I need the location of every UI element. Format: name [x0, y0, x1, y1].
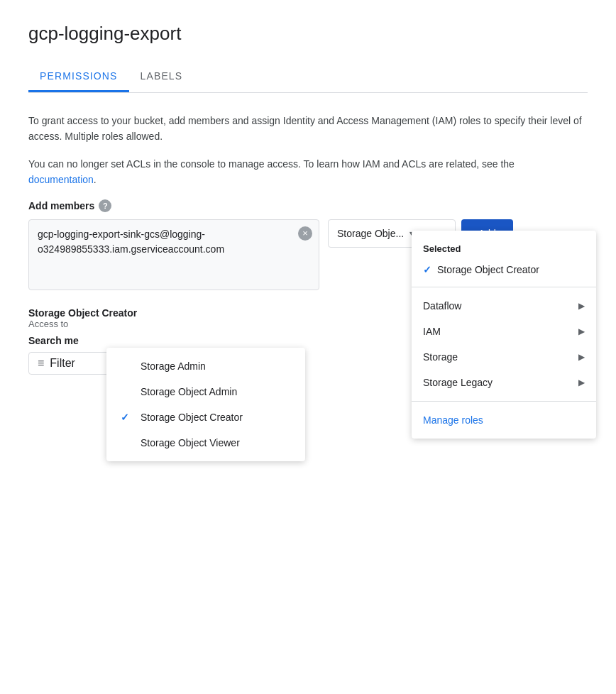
members-input-content: gcp-logging-export-sink-gcs@logging-o324… — [38, 228, 224, 255]
page-title: gcp-logging-export — [28, 23, 588, 45]
dropdown-menu-overlay: Storage Admin Storage Object Admin Stora… — [106, 348, 305, 461]
iam-label: IAM — [423, 326, 441, 337]
chevron-right-icon-2: ▶ — [578, 326, 585, 336]
documentation-link[interactable]: documentation — [28, 174, 94, 185]
members-input-wrapper: gcp-logging-export-sink-gcs@logging-o324… — [28, 219, 319, 290]
check-icon: ✓ — [423, 264, 431, 275]
filter-placeholder: Filter — [50, 357, 75, 370]
dropdown-item-storage-admin[interactable]: Storage Admin — [106, 353, 305, 379]
add-members-text: Add members — [28, 200, 94, 211]
left-dropdown-menu: Storage Admin Storage Object Admin Stora… — [106, 348, 305, 461]
chevron-right-icon-3: ▶ — [578, 352, 585, 362]
storage-legacy-label: Storage Legacy — [423, 377, 493, 388]
selected-role-item[interactable]: ✓ Storage Object Creator — [412, 258, 596, 281]
dropdown-item-storage-object-viewer[interactable]: Storage Object Viewer — [106, 430, 305, 456]
chevron-right-icon-4: ▶ — [578, 378, 585, 387]
role-dropdown-label: Storage Obje... — [337, 228, 404, 239]
dropdown-item-storage-object-creator[interactable]: Storage Object Creator — [106, 404, 305, 430]
chevron-right-icon: ▶ — [578, 301, 585, 311]
selected-section-label: Selected — [412, 236, 596, 258]
filter-icon: ≡ — [38, 357, 44, 370]
right-dropdown-menu: Selected ✓ Storage Object Creator Datafl… — [412, 231, 596, 439]
dropdown-item-dataflow[interactable]: Dataflow ▶ — [412, 293, 596, 319]
storage-label: Storage — [423, 351, 458, 363]
divider — [412, 287, 596, 287]
dropdown-item-storage[interactable]: Storage ▶ — [412, 344, 596, 370]
clear-icon[interactable]: × — [298, 226, 312, 241]
dataflow-label: Dataflow — [423, 300, 461, 312]
selected-role-label: Storage Object Creator — [437, 264, 539, 275]
description2-suffix: . — [94, 174, 97, 185]
dropdown-item-iam[interactable]: IAM ▶ — [412, 319, 596, 344]
tab-labels[interactable]: LABELS — [129, 62, 194, 92]
add-members-label: Add members ? — [28, 199, 588, 212]
help-icon[interactable]: ? — [99, 199, 111, 212]
dropdown-item-storage-object-admin[interactable]: Storage Object Admin — [106, 379, 305, 404]
tabs-row: PERMISSIONS LABELS — [28, 62, 588, 93]
divider-2 — [412, 401, 596, 402]
members-input-box[interactable]: gcp-logging-export-sink-gcs@logging-o324… — [28, 219, 319, 290]
description2-prefix: You can no longer set ACLs in the consol… — [28, 158, 515, 170]
tab-permissions[interactable]: PERMISSIONS — [28, 62, 129, 92]
manage-roles-link[interactable]: Manage roles — [412, 407, 596, 433]
dropdown-item-storage-legacy[interactable]: Storage Legacy ▶ — [412, 370, 596, 395]
description-text-1: To grant access to your bucket, add memb… — [28, 113, 582, 145]
description-text-2: You can no longer set ACLs in the consol… — [28, 156, 582, 188]
